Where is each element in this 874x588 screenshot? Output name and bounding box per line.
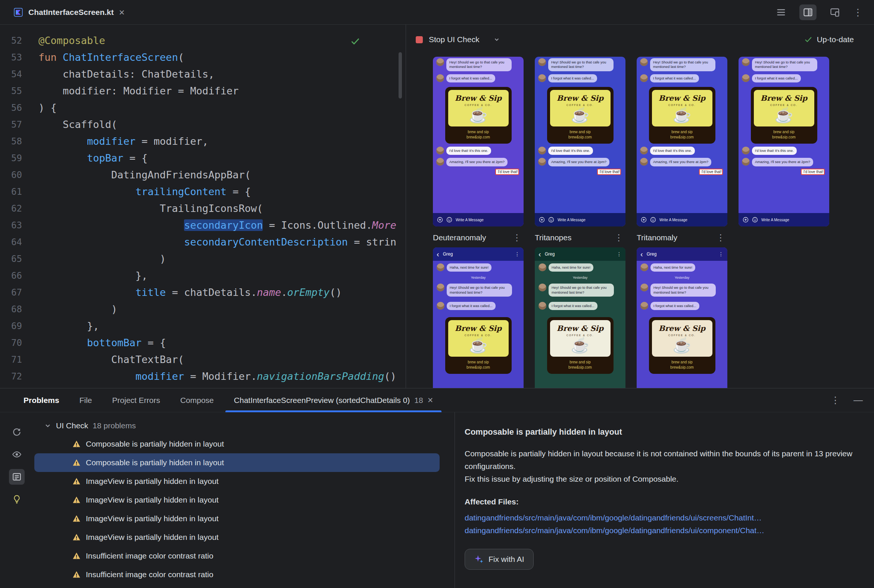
code-line[interactable]: 66 },: [0, 267, 405, 284]
phone-preview[interactable]: Hey! Should we go to that cafe you menti…: [433, 57, 524, 226]
phone-preview[interactable]: ‹Greg⋮Haha, next time for sure!Yesterday…: [433, 248, 524, 388]
add-icon[interactable]: [539, 217, 545, 223]
brand-caption: brew and sipbrew&sip.com: [550, 357, 611, 371]
close-tab-icon[interactable]: ×: [428, 395, 433, 405]
write-message-bar[interactable]: Write A Message: [535, 213, 625, 226]
code-line[interactable]: 52@Composable: [0, 32, 405, 49]
more-icon[interactable]: ⋮: [716, 232, 727, 243]
split-editor-icon[interactable]: [799, 4, 817, 20]
problem-item[interactable]: Insufficient text color contrast ratio: [34, 584, 455, 588]
editor-scrollbar[interactable]: [399, 52, 402, 99]
stop-icon[interactable]: [416, 36, 423, 43]
problem-item[interactable]: Insufficient image color contrast ratio: [34, 565, 455, 584]
write-message-bar[interactable]: Write A Message: [637, 213, 727, 226]
brand-name: Brew & Sip: [552, 94, 608, 103]
emoji-icon[interactable]: [650, 217, 656, 223]
chevron-down-icon[interactable]: [493, 36, 500, 43]
code-line[interactable]: 56) {: [0, 99, 405, 116]
chat-bubble: Hey! Should we go to that cafe you menti…: [650, 58, 715, 71]
code-line[interactable]: 53fun ChatInterfaceScreen(: [0, 49, 405, 66]
avatar: [742, 58, 750, 66]
code-line[interactable]: 72 modifier = Modifier.navigationBarsPad…: [0, 368, 405, 385]
problem-item[interactable]: Composable is partially hidden in layout: [34, 435, 455, 453]
chat-message: Hey! Should we go to that cafe you menti…: [433, 281, 524, 299]
add-icon[interactable]: [743, 217, 749, 223]
more-icon[interactable]: ⋮: [614, 232, 625, 243]
chat-message: I'd love that! It's this one.: [637, 145, 727, 156]
panel-options-icon[interactable]: ⋮: [831, 395, 840, 405]
tree-group-header[interactable]: UI Check 18 problems: [34, 417, 455, 435]
close-tab-icon[interactable]: ×: [119, 8, 125, 17]
affected-file-link[interactable]: datingandfriends/src/main/java/com/ibm/g…: [465, 512, 859, 524]
code-line[interactable]: 61 trailingContent = {: [0, 183, 405, 200]
problem-item[interactable]: ImageView is partially hidden in layout: [34, 472, 455, 490]
problem-item[interactable]: ImageView is partially hidden in layout: [34, 509, 455, 528]
phone-preview[interactable]: Hey! Should we go to that cafe you menti…: [739, 57, 829, 226]
tab-project-errors[interactable]: Project Errors: [102, 388, 170, 412]
code-area[interactable]: 52@Composable53fun ChatInterfaceScreen(5…: [0, 32, 405, 388]
line-number: 57: [0, 119, 38, 130]
code-line[interactable]: 69 },: [0, 318, 405, 334]
phone-preview[interactable]: ‹Greg⋮Haha, next time for sure!Yesterday…: [637, 248, 727, 388]
emoji-icon[interactable]: [446, 217, 452, 223]
code-line[interactable]: 59 topBar = {: [0, 150, 405, 166]
write-message-bar[interactable]: Write A Message: [433, 213, 524, 226]
emoji-icon[interactable]: [752, 217, 758, 223]
code-line[interactable]: 55 modifier: Modifier = Modifier: [0, 82, 405, 99]
back-icon[interactable]: ‹: [437, 250, 439, 258]
coffee-cup-icon: ☕: [654, 336, 710, 354]
emoji-icon[interactable]: [548, 217, 554, 223]
refresh-icon[interactable]: [9, 424, 25, 440]
preview-eye-icon[interactable]: [9, 447, 25, 462]
problem-item[interactable]: Insufficient image color contrast ratio: [34, 547, 455, 565]
tab-problems[interactable]: Problems: [14, 388, 69, 412]
brand-name: Brew & Sip: [451, 94, 506, 103]
back-icon[interactable]: ‹: [640, 250, 643, 258]
code-line[interactable]: 73 onAddClick = {}: [0, 385, 405, 388]
phone-preview[interactable]: Hey! Should we go to that cafe you menti…: [637, 57, 727, 226]
report-view-icon[interactable]: [9, 469, 25, 484]
device-preview-icon[interactable]: [826, 4, 843, 20]
editor-pane[interactable]: 52@Composable53fun ChatInterfaceScreen(5…: [0, 25, 406, 388]
fix-with-ai-button[interactable]: Fix with AI: [465, 549, 534, 570]
code-line[interactable]: 54 chatDetails: ChatDetails,: [0, 66, 405, 82]
affected-file-link[interactable]: datingandfriends/src/main/java/com/ibm/g…: [465, 524, 859, 537]
problem-item[interactable]: ImageView is partially hidden in layout: [34, 528, 455, 547]
code-line[interactable]: 57 Scaffold(: [0, 116, 405, 133]
code-line[interactable]: 65 ): [0, 250, 405, 267]
tab-preview-report[interactable]: ChatInterfaceScreenPreview (sortedChatDe…: [224, 388, 443, 412]
problem-item[interactable]: Composable is partially hidden in layout: [35, 453, 440, 472]
more-icon[interactable]: ⋮: [718, 251, 724, 257]
phone-preview[interactable]: ‹Greg⋮Haha, next time for sure!Yesterday…: [535, 248, 625, 388]
add-icon[interactable]: [437, 217, 443, 223]
write-message-bar[interactable]: Write A Message: [739, 213, 829, 226]
more-options-icon[interactable]: ⋮: [853, 8, 863, 17]
inspection-ok-icon[interactable]: [350, 37, 360, 46]
code-line[interactable]: 68 ): [0, 301, 405, 318]
variant-name: Deuteranomaly: [433, 233, 486, 242]
problem-item[interactable]: ImageView is partially hidden in layout: [34, 490, 455, 509]
editor-file-tab[interactable]: ChatInterfaceScreen.kt ×: [8, 0, 131, 24]
code-line[interactable]: 70 bottomBar = {: [0, 334, 405, 351]
lightbulb-icon[interactable]: [9, 491, 25, 507]
add-icon[interactable]: [641, 217, 647, 223]
brew-card-art: Brew & SipCOFFEE & CO.☕: [652, 320, 712, 357]
code-line[interactable]: 64 secondaryContentDescription = strin: [0, 234, 405, 250]
more-icon[interactable]: ⋮: [512, 232, 524, 243]
more-icon[interactable]: ⋮: [515, 251, 520, 257]
stop-ui-check-button[interactable]: Stop UI Check: [429, 35, 479, 44]
tab-file[interactable]: File: [69, 388, 102, 412]
structure-view-icon[interactable]: [772, 4, 790, 20]
code-line[interactable]: 60 DatingAndFriendsAppBar(: [0, 166, 405, 183]
code-line[interactable]: 58 modifier = modifier,: [0, 133, 405, 150]
brand-caption: brew and sipbrew&sip.com: [754, 126, 814, 141]
code-line[interactable]: 67 title = chatDetails.name.orEmpty(): [0, 284, 405, 301]
code-line[interactable]: 63 secondaryIcon = Icons.Outlined.More: [0, 217, 405, 234]
more-icon[interactable]: ⋮: [617, 251, 622, 257]
minimize-panel-icon[interactable]: —: [853, 395, 863, 405]
code-line[interactable]: 71 ChatTextBar(: [0, 351, 405, 368]
code-line[interactable]: 62 TrailingIconsRow(: [0, 200, 405, 217]
tab-compose[interactable]: Compose: [170, 388, 224, 412]
phone-preview[interactable]: Hey! Should we go to that cafe you menti…: [535, 57, 625, 226]
back-icon[interactable]: ‹: [539, 250, 541, 258]
